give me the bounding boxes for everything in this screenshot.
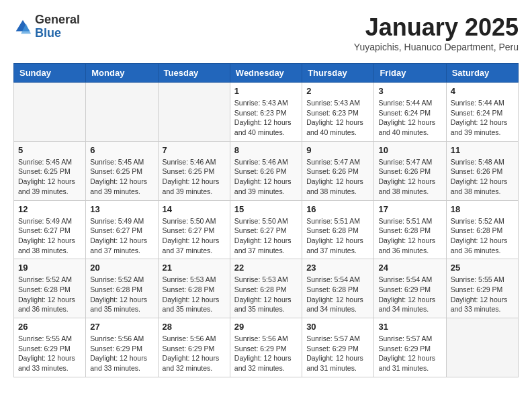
- calendar-cell: 3Sunrise: 5:44 AM Sunset: 6:24 PM Daylig…: [374, 83, 446, 142]
- day-number: 25: [451, 263, 514, 273]
- day-number: 31: [378, 322, 441, 332]
- calendar-cell: 22Sunrise: 5:53 AM Sunset: 6:28 PM Dayli…: [230, 259, 302, 318]
- day-number: 21: [163, 263, 226, 273]
- day-number: 29: [234, 322, 298, 332]
- day-number: 11: [451, 145, 514, 155]
- weekday-header: Saturday: [446, 64, 518, 83]
- day-info: Sunrise: 5:45 AM Sunset: 6:25 PM Dayligh…: [90, 157, 153, 197]
- day-info: Sunrise: 5:43 AM Sunset: 6:23 PM Dayligh…: [306, 98, 369, 138]
- day-info: Sunrise: 5:46 AM Sunset: 6:26 PM Dayligh…: [234, 157, 298, 197]
- day-info: Sunrise: 5:52 AM Sunset: 6:28 PM Dayligh…: [90, 275, 153, 314]
- day-info: Sunrise: 5:44 AM Sunset: 6:24 PM Dayligh…: [451, 98, 514, 138]
- day-number: 22: [234, 263, 298, 273]
- calendar-cell: [446, 318, 518, 377]
- day-info: Sunrise: 5:52 AM Sunset: 6:28 PM Dayligh…: [451, 216, 514, 256]
- calendar-cell: 20Sunrise: 5:52 AM Sunset: 6:28 PM Dayli…: [86, 259, 158, 318]
- day-number: 30: [306, 322, 369, 332]
- day-info: Sunrise: 5:47 AM Sunset: 6:26 PM Dayligh…: [306, 157, 369, 197]
- day-info: Sunrise: 5:53 AM Sunset: 6:28 PM Dayligh…: [234, 275, 298, 314]
- calendar-cell: 29Sunrise: 5:56 AM Sunset: 6:29 PM Dayli…: [230, 318, 302, 377]
- calendar-table: SundayMondayTuesdayWednesdayThursdayFrid…: [13, 63, 519, 377]
- day-info: Sunrise: 5:52 AM Sunset: 6:28 PM Dayligh…: [18, 275, 81, 314]
- calendar-cell: 16Sunrise: 5:51 AM Sunset: 6:28 PM Dayli…: [302, 200, 374, 259]
- calendar-cell: 21Sunrise: 5:53 AM Sunset: 6:28 PM Dayli…: [158, 259, 230, 318]
- weekday-header: Sunday: [14, 64, 86, 83]
- month-title: January 2025: [354, 13, 519, 42]
- calendar-cell: 10Sunrise: 5:47 AM Sunset: 6:26 PM Dayli…: [374, 141, 446, 200]
- calendar-cell: 13Sunrise: 5:49 AM Sunset: 6:27 PM Dayli…: [86, 200, 158, 259]
- calendar-cell: 1Sunrise: 5:43 AM Sunset: 6:23 PM Daylig…: [230, 83, 302, 142]
- logo: General Blue: [13, 13, 80, 40]
- day-info: Sunrise: 5:49 AM Sunset: 6:27 PM Dayligh…: [90, 216, 153, 256]
- day-number: 28: [163, 322, 226, 332]
- calendar-cell: 14Sunrise: 5:50 AM Sunset: 6:27 PM Dayli…: [158, 200, 230, 259]
- day-number: 8: [234, 145, 298, 155]
- day-info: Sunrise: 5:54 AM Sunset: 6:29 PM Dayligh…: [378, 275, 441, 314]
- weekday-header: Friday: [374, 64, 446, 83]
- calendar-cell: 30Sunrise: 5:57 AM Sunset: 6:29 PM Dayli…: [302, 318, 374, 377]
- calendar-cell: [14, 83, 86, 142]
- day-number: 4: [451, 86, 514, 96]
- day-info: Sunrise: 5:46 AM Sunset: 6:25 PM Dayligh…: [163, 157, 226, 197]
- calendar-cell: 8Sunrise: 5:46 AM Sunset: 6:26 PM Daylig…: [230, 141, 302, 200]
- logo-general-text: General: [35, 13, 80, 27]
- calendar-cell: 11Sunrise: 5:48 AM Sunset: 6:26 PM Dayli…: [446, 141, 518, 200]
- calendar-cell: 12Sunrise: 5:49 AM Sunset: 6:27 PM Dayli…: [14, 200, 86, 259]
- logo-blue-text: Blue: [35, 27, 80, 40]
- day-number: 10: [378, 145, 441, 155]
- page-header: General Blue January 2025 Yuyapichis, Hu…: [13, 13, 519, 52]
- day-number: 17: [378, 204, 441, 214]
- calendar-week-row: 12Sunrise: 5:49 AM Sunset: 6:27 PM Dayli…: [14, 200, 519, 259]
- calendar-cell: 23Sunrise: 5:54 AM Sunset: 6:28 PM Dayli…: [302, 259, 374, 318]
- calendar-cell: 18Sunrise: 5:52 AM Sunset: 6:28 PM Dayli…: [446, 200, 518, 259]
- day-info: Sunrise: 5:55 AM Sunset: 6:29 PM Dayligh…: [451, 275, 514, 314]
- weekday-header: Tuesday: [158, 64, 230, 83]
- weekday-header-row: SundayMondayTuesdayWednesdayThursdayFrid…: [14, 64, 519, 83]
- day-info: Sunrise: 5:55 AM Sunset: 6:29 PM Dayligh…: [18, 334, 81, 373]
- calendar-cell: 27Sunrise: 5:56 AM Sunset: 6:29 PM Dayli…: [86, 318, 158, 377]
- calendar-cell: 17Sunrise: 5:51 AM Sunset: 6:28 PM Dayli…: [374, 200, 446, 259]
- day-number: 27: [90, 322, 153, 332]
- day-info: Sunrise: 5:53 AM Sunset: 6:28 PM Dayligh…: [163, 275, 226, 314]
- calendar-week-row: 26Sunrise: 5:55 AM Sunset: 6:29 PM Dayli…: [14, 318, 519, 377]
- day-info: Sunrise: 5:50 AM Sunset: 6:27 PM Dayligh…: [234, 216, 298, 256]
- day-info: Sunrise: 5:50 AM Sunset: 6:27 PM Dayligh…: [163, 216, 226, 256]
- day-number: 14: [163, 204, 226, 214]
- day-number: 18: [451, 204, 514, 214]
- day-number: 26: [18, 322, 81, 332]
- location-text: Yuyapichis, Huanuco Department, Peru: [354, 42, 519, 52]
- day-info: Sunrise: 5:57 AM Sunset: 6:29 PM Dayligh…: [378, 334, 441, 373]
- title-block: January 2025 Yuyapichis, Huanuco Departm…: [354, 13, 519, 52]
- calendar-cell: 7Sunrise: 5:46 AM Sunset: 6:25 PM Daylig…: [158, 141, 230, 200]
- day-info: Sunrise: 5:47 AM Sunset: 6:26 PM Dayligh…: [378, 157, 441, 197]
- day-info: Sunrise: 5:56 AM Sunset: 6:29 PM Dayligh…: [234, 334, 298, 373]
- calendar-cell: 31Sunrise: 5:57 AM Sunset: 6:29 PM Dayli…: [374, 318, 446, 377]
- day-info: Sunrise: 5:43 AM Sunset: 6:23 PM Dayligh…: [234, 98, 298, 138]
- day-info: Sunrise: 5:57 AM Sunset: 6:29 PM Dayligh…: [306, 334, 369, 373]
- day-number: 9: [306, 145, 369, 155]
- day-number: 5: [18, 145, 81, 155]
- day-info: Sunrise: 5:54 AM Sunset: 6:28 PM Dayligh…: [306, 275, 369, 314]
- day-number: 6: [90, 145, 153, 155]
- day-number: 2: [306, 86, 369, 96]
- calendar-cell: [86, 83, 158, 142]
- calendar-cell: 6Sunrise: 5:45 AM Sunset: 6:25 PM Daylig…: [86, 141, 158, 200]
- day-number: 20: [90, 263, 153, 273]
- calendar-cell: 9Sunrise: 5:47 AM Sunset: 6:26 PM Daylig…: [302, 141, 374, 200]
- calendar-week-row: 19Sunrise: 5:52 AM Sunset: 6:28 PM Dayli…: [14, 259, 519, 318]
- day-number: 16: [306, 204, 369, 214]
- day-info: Sunrise: 5:44 AM Sunset: 6:24 PM Dayligh…: [378, 98, 441, 138]
- calendar-cell: 5Sunrise: 5:45 AM Sunset: 6:25 PM Daylig…: [14, 141, 86, 200]
- calendar-cell: 2Sunrise: 5:43 AM Sunset: 6:23 PM Daylig…: [302, 83, 374, 142]
- calendar-cell: 25Sunrise: 5:55 AM Sunset: 6:29 PM Dayli…: [446, 259, 518, 318]
- day-number: 23: [306, 263, 369, 273]
- day-number: 24: [378, 263, 441, 273]
- day-number: 7: [163, 145, 226, 155]
- day-number: 19: [18, 263, 81, 273]
- calendar-cell: 26Sunrise: 5:55 AM Sunset: 6:29 PM Dayli…: [14, 318, 86, 377]
- calendar-cell: 24Sunrise: 5:54 AM Sunset: 6:29 PM Dayli…: [374, 259, 446, 318]
- day-info: Sunrise: 5:51 AM Sunset: 6:28 PM Dayligh…: [378, 216, 441, 256]
- calendar-cell: 4Sunrise: 5:44 AM Sunset: 6:24 PM Daylig…: [446, 83, 518, 142]
- day-number: 3: [378, 86, 441, 96]
- day-info: Sunrise: 5:56 AM Sunset: 6:29 PM Dayligh…: [90, 334, 153, 373]
